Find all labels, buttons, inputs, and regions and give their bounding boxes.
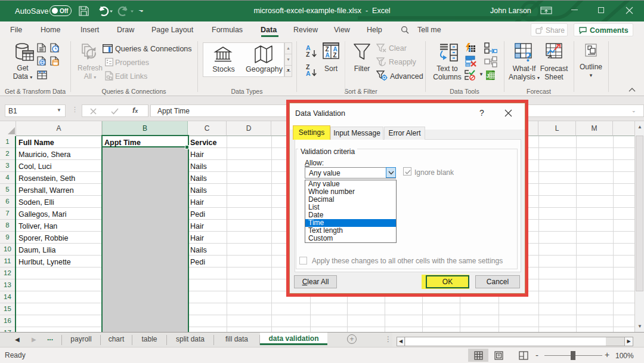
svg-text:?: ? (525, 49, 532, 62)
svg-text:A: A (306, 70, 311, 77)
svg-text:Z: Z (306, 51, 310, 58)
svg-text:J: J (487, 73, 490, 79)
svg-text:Z: Z (333, 52, 337, 59)
svg-text:A: A (326, 52, 330, 59)
